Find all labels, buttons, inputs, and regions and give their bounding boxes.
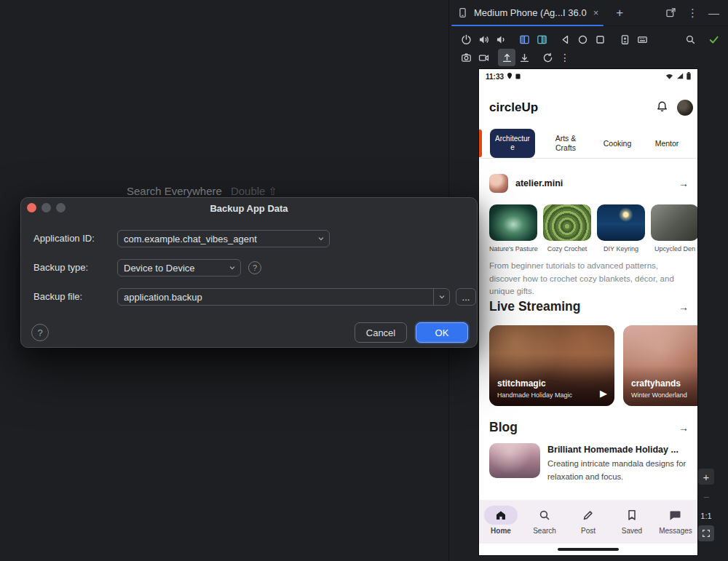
nav-item-saved[interactable]: Saved: [610, 500, 654, 544]
collection-card[interactable]: [543, 204, 591, 241]
chevron-down-icon: [224, 263, 240, 272]
backup-file-combobox[interactable]: application.backup: [117, 288, 450, 306]
stream-subtitle: Winter Wonderland: [631, 391, 687, 399]
tab-architecture[interactable]: Architecture: [490, 129, 535, 158]
application-id-label: Application ID:: [33, 230, 95, 247]
panel-more-icon[interactable]: ⋮: [687, 7, 698, 18]
creator-avatar: [489, 174, 508, 193]
volume-up-icon[interactable]: [475, 31, 492, 48]
bell-icon[interactable]: [656, 100, 668, 116]
home-button-icon[interactable]: [574, 31, 591, 48]
device-toolbar-row2: ⋮: [457, 48, 574, 67]
chat-bubble-icon: [659, 506, 692, 525]
creator-name: atelier.mini: [515, 178, 678, 188]
blog-header: Blog →: [489, 420, 689, 435]
tab-cooking[interactable]: Cooking: [598, 129, 636, 158]
app-title: circleUp: [489, 100, 656, 115]
volume-down-icon[interactable]: [492, 31, 510, 48]
blog-article-title: Brilliant Homemade Holiday ...: [547, 445, 695, 455]
signal-icon: [676, 73, 684, 81]
profile-arrow-icon[interactable]: →: [678, 178, 689, 189]
nav-label: Post: [581, 527, 596, 535]
screen-record-icon[interactable]: [475, 49, 492, 66]
collection-label: Cozy Crochet: [543, 245, 591, 252]
nav-item-messages[interactable]: Messages: [654, 500, 697, 544]
ide-window: Search EverywhereDouble ⇧ Backup App Dat…: [0, 0, 728, 561]
search-icon: [528, 506, 561, 525]
status-ok-check-icon: [705, 31, 722, 48]
stream-card[interactable]: craftyhands Winter Wonderland: [623, 325, 697, 406]
gesture-handle[interactable]: [558, 548, 619, 551]
backup-type-select[interactable]: Device to Device: [117, 259, 241, 276]
live-streaming-header: Live Streaming →: [489, 299, 689, 314]
search-everywhere-hint: Search EverywhereDouble ⇧: [127, 185, 277, 198]
collection-card[interactable]: [597, 204, 645, 241]
collection-card[interactable]: [489, 204, 537, 241]
tab-close-icon[interactable]: ×: [593, 7, 599, 18]
open-in-window-icon[interactable]: [665, 7, 677, 19]
keyboard-icon[interactable]: [633, 31, 651, 48]
collection-label: Upcycled Den: [651, 245, 697, 252]
device-toolbar-row1: [457, 30, 722, 49]
fold-in-icon[interactable]: [533, 31, 550, 48]
zoom-ratio-label[interactable]: 1:1: [698, 508, 714, 524]
live-streaming-arrow-icon[interactable]: →: [678, 301, 689, 313]
back-button-icon[interactable]: [556, 31, 574, 48]
device-screen[interactable]: 11:33 circleUp: [479, 69, 697, 555]
pencil-icon: [571, 506, 605, 525]
blog-article[interactable]: Brilliant Homemade Holiday ... Creating …: [489, 443, 695, 483]
tab-mentor[interactable]: Mentor: [649, 129, 684, 158]
device-tab[interactable]: Medium Phone (Ag...I 36.0 ×: [449, 0, 606, 26]
inspect-icon[interactable]: [681, 31, 699, 48]
panel-minimize-icon[interactable]: —: [708, 7, 719, 18]
zoom-in-button[interactable]: +: [698, 469, 714, 485]
download-restore-icon[interactable]: [515, 49, 533, 66]
blog-title: Blog: [489, 420, 678, 435]
browse-file-button[interactable]: ...: [456, 288, 476, 306]
hint-action-text: Search Everywhere: [127, 185, 222, 197]
toolbar-more-icon[interactable]: ⋮: [556, 49, 574, 66]
device-tab-title: Medium Phone (Ag...I 36.0: [474, 7, 587, 18]
dialog-title: Backup App Data: [21, 203, 477, 214]
chevron-down-icon: [313, 234, 329, 243]
ok-button[interactable]: OK: [416, 322, 468, 343]
profile-avatar[interactable]: [677, 100, 693, 116]
power-button-icon[interactable]: [457, 31, 475, 48]
tab-arts-and-crafts[interactable]: Arts & Crafts: [549, 129, 582, 158]
snapshot-page-icon[interactable]: [616, 31, 633, 48]
backup-type-label: Backup type:: [33, 259, 88, 276]
nav-label: Home: [491, 527, 511, 535]
cancel-button[interactable]: Cancel: [355, 322, 407, 343]
collection-card[interactable]: [651, 204, 697, 241]
overview-button-icon[interactable]: [591, 31, 609, 48]
phone-app-bar: circleUp: [489, 97, 693, 119]
play-icon[interactable]: ▶: [600, 388, 607, 399]
reset-icon[interactable]: [539, 49, 556, 66]
nav-item-home[interactable]: Home: [479, 500, 523, 544]
scrolled-tab-sliver[interactable]: [479, 130, 482, 157]
stream-card[interactable]: stitchmagic Handmade Holiday Magic ▶: [489, 325, 614, 406]
chevron-down-icon[interactable]: [433, 289, 449, 305]
dialog-help-button[interactable]: ?: [31, 324, 49, 341]
blog-article-image: [489, 443, 540, 478]
upload-backup-icon[interactable]: [498, 49, 515, 66]
add-device-tab-button[interactable]: +: [612, 6, 628, 20]
nav-item-post[interactable]: Post: [566, 500, 610, 544]
status-time: 11:33: [486, 73, 504, 81]
blog-arrow-icon[interactable]: →: [678, 422, 689, 434]
category-tab-bar: Architecture Arts & Crafts Cooking Mento…: [479, 128, 697, 159]
creator-profile-row[interactable]: atelier.mini →: [489, 171, 689, 196]
fit-to-screen-icon[interactable]: [698, 525, 714, 541]
zoom-out-button[interactable]: −: [698, 489, 714, 505]
screenshot-camera-icon[interactable]: [457, 49, 475, 66]
blog-article-excerpt: Creating intricate mandala designs for r…: [547, 458, 695, 483]
nav-label: Messages: [659, 527, 692, 535]
nav-item-search[interactable]: Search: [523, 500, 566, 544]
collection-label: Nature's Pasture: [489, 245, 537, 252]
application-id-select[interactable]: com.example.chat_vibes_agent: [117, 230, 330, 247]
browse-label: ...: [462, 292, 470, 303]
home-icon: [484, 506, 518, 525]
fold-out-icon[interactable]: [515, 31, 533, 48]
device-icon: [456, 7, 469, 19]
backup-type-help-icon[interactable]: ?: [248, 261, 261, 274]
